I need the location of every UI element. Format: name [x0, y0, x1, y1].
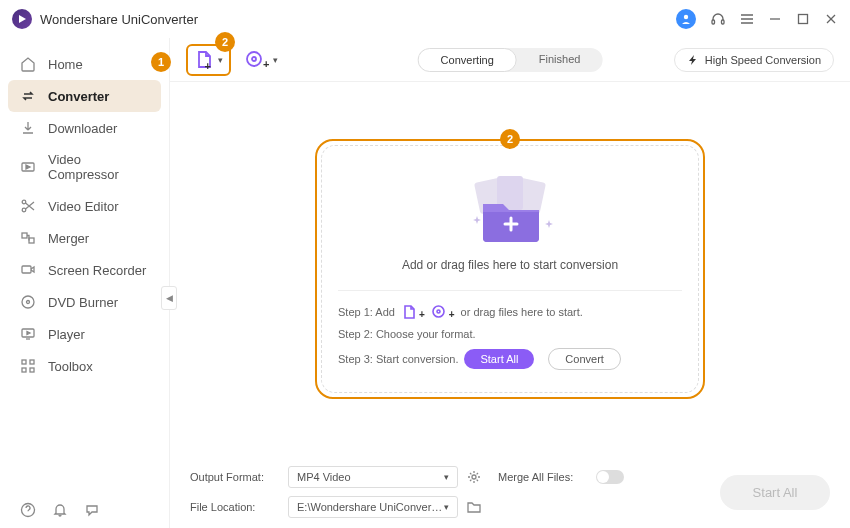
help-icon[interactable]	[20, 502, 36, 518]
step-1: Step 1: Add + + or drag files here to st…	[338, 303, 682, 320]
sidebar-item-compressor[interactable]: Video Compressor	[0, 144, 169, 190]
sidebar-item-merger[interactable]: Merger	[0, 222, 169, 254]
sidebar-item-label: DVD Burner	[48, 295, 118, 310]
dropzone-area: 2	[170, 82, 850, 456]
svg-rect-23	[22, 360, 26, 364]
svg-marker-12	[26, 165, 30, 169]
sidebar-item-downloader[interactable]: Downloader	[0, 112, 169, 144]
toolbar: + ▾ 2 + ▾ Converting Finished High Speed…	[170, 38, 850, 82]
svg-rect-15	[22, 233, 27, 238]
folder-icon[interactable]	[466, 499, 482, 515]
status-tabs: Converting Finished	[418, 48, 603, 72]
titlebar-left: Wondershare UniConverter	[12, 9, 198, 29]
sidebar-item-converter[interactable]: Converter	[8, 80, 161, 112]
dropzone-top: Add or drag files here to start conversi…	[338, 164, 682, 291]
svg-rect-24	[30, 360, 34, 364]
dropzone[interactable]: 2	[315, 139, 705, 399]
user-avatar[interactable]	[676, 9, 696, 29]
svg-marker-21	[27, 332, 30, 335]
svg-rect-8	[799, 15, 808, 24]
feedback-icon[interactable]	[84, 502, 100, 518]
output-format-select[interactable]: MP4 Video▾	[288, 466, 458, 488]
main-layout: Home 1 Converter Downloader Video Compre…	[0, 38, 850, 528]
high-speed-toggle[interactable]: High Speed Conversion	[674, 48, 834, 72]
sidebar: Home 1 Converter Downloader Video Compre…	[0, 38, 170, 528]
start-all-pill[interactable]: Start All	[464, 349, 534, 369]
svg-point-13	[22, 200, 26, 204]
add-file-button[interactable]: + ▾ 2	[186, 44, 231, 76]
svg-rect-2	[712, 20, 715, 24]
svg-rect-16	[29, 238, 34, 243]
sidebar-item-recorder[interactable]: Screen Recorder	[0, 254, 169, 286]
convert-pill[interactable]: Convert	[548, 348, 621, 370]
annotation-badge-2b: 2	[500, 129, 520, 149]
sidebar-item-editor[interactable]: Video Editor	[0, 190, 169, 222]
merge-toggle[interactable]	[596, 470, 624, 484]
svg-point-14	[22, 208, 26, 212]
tab-converting[interactable]: Converting	[418, 48, 517, 72]
titlebar-right	[676, 9, 838, 29]
add-url-button[interactable]: + ▾	[243, 46, 280, 74]
sidebar-item-dvd[interactable]: DVD Burner	[0, 286, 169, 318]
tab-finished[interactable]: Finished	[517, 48, 603, 72]
sidebar-item-home[interactable]: Home 1	[0, 48, 169, 80]
maximize-button[interactable]	[796, 12, 810, 26]
scissors-icon	[20, 198, 36, 214]
disc-plus-icon	[431, 304, 447, 320]
dropzone-steps: Step 1: Add + + or drag files here to st…	[338, 303, 682, 370]
svg-rect-25	[22, 368, 26, 372]
app-logo	[12, 9, 32, 29]
svg-point-19	[27, 301, 30, 304]
converter-icon	[20, 88, 36, 104]
sidebar-item-label: Player	[48, 327, 85, 342]
sidebar-item-label: Screen Recorder	[48, 263, 146, 278]
annotation-badge-2: 2	[215, 32, 235, 52]
svg-point-37	[472, 475, 476, 479]
support-icon[interactable]	[710, 11, 726, 27]
app-title: Wondershare UniConverter	[40, 12, 198, 27]
disc-icon	[20, 294, 36, 310]
annotation-badge-1: 1	[151, 52, 171, 72]
svg-point-1	[684, 15, 688, 19]
home-icon	[20, 56, 36, 72]
download-icon	[20, 120, 36, 136]
content-area: + ▾ 2 + ▾ Converting Finished High Speed…	[170, 38, 850, 528]
folder-illustration	[455, 174, 565, 244]
svg-rect-26	[30, 368, 34, 372]
recorder-icon	[20, 262, 36, 278]
file-location-select[interactable]: E:\Wondershare UniConverter▾	[288, 496, 458, 518]
svg-rect-17	[22, 266, 31, 273]
bell-icon[interactable]	[52, 502, 68, 518]
sidebar-item-label: Downloader	[48, 121, 117, 136]
settings-icon[interactable]	[466, 469, 482, 485]
merge-label: Merge All Files:	[498, 471, 588, 483]
toolbox-icon	[20, 358, 36, 374]
close-button[interactable]	[824, 12, 838, 26]
svg-marker-0	[19, 15, 26, 23]
step-3: Step 3: Start conversion. Start All Conv…	[338, 348, 682, 370]
svg-rect-3	[722, 20, 725, 24]
lightning-icon	[687, 54, 699, 66]
sidebar-bottom	[20, 502, 100, 518]
high-speed-label: High Speed Conversion	[705, 54, 821, 66]
minimize-button[interactable]	[768, 12, 782, 26]
start-all-button[interactable]: Start All	[720, 475, 830, 510]
svg-point-29	[252, 57, 256, 61]
compressor-icon	[20, 159, 36, 175]
output-format-label: Output Format:	[190, 471, 280, 483]
sidebar-item-label: Converter	[48, 89, 109, 104]
sidebar-item-player[interactable]: Player	[0, 318, 169, 350]
step-2: Step 2: Choose your format.	[338, 328, 682, 340]
dropzone-headline: Add or drag files here to start conversi…	[338, 258, 682, 272]
sidebar-item-toolbox[interactable]: Toolbox	[0, 350, 169, 382]
footer: Output Format: MP4 Video▾ Merge All File…	[170, 456, 850, 528]
sidebar-item-label: Merger	[48, 231, 89, 246]
menu-icon[interactable]	[740, 12, 754, 26]
svg-point-28	[247, 52, 261, 66]
sidebar-item-label: Video Editor	[48, 199, 119, 214]
chevron-down-icon: ▾	[273, 55, 278, 65]
file-plus-icon	[401, 304, 417, 320]
sidebar-item-label: Home	[48, 57, 83, 72]
player-icon	[20, 326, 36, 342]
chevron-down-icon: ▾	[218, 55, 223, 65]
